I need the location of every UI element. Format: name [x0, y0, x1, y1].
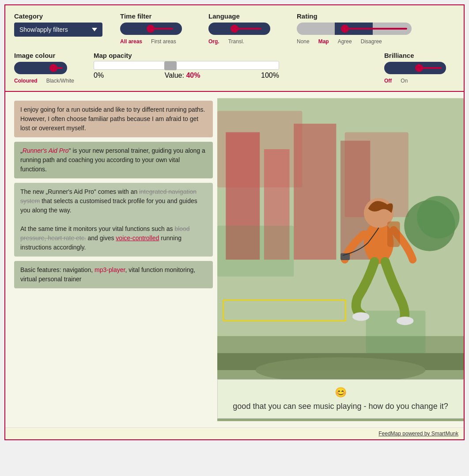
time-filter-group: Time filter All areas First areas	[120, 12, 191, 45]
map-opacity-slider[interactable]	[94, 61, 279, 70]
svg-rect-11	[366, 310, 426, 353]
time-label-first-areas: First areas	[151, 38, 176, 45]
img-toggle-thumb	[49, 64, 57, 72]
text-block-4: Basic features: navigation, mp3-player, …	[14, 261, 213, 288]
rating-label-none: None	[297, 38, 310, 45]
dropdown-arrow-icon	[92, 28, 97, 31]
language-group: Language Org. Transl.	[208, 12, 279, 45]
brill-toggle-thumb	[415, 64, 423, 72]
image-colour-label: Image colour	[14, 52, 76, 59]
rating-toggle-thumb	[341, 25, 349, 33]
rating-sublabels: None Map Agree Disagree	[297, 38, 420, 45]
svg-rect-10	[217, 226, 294, 276]
text-block-3-content: The new „Runner's Aid Pro" comes with an…	[20, 188, 197, 251]
tooltip-text: good that you can see music playing - ho…	[227, 402, 454, 411]
footer: FeedMap powered by SmartMunk	[5, 427, 464, 439]
brill-label-off: Off	[384, 78, 392, 84]
image-colour-toggle[interactable]	[14, 62, 67, 74]
brilliance-toggle[interactable]	[384, 62, 446, 74]
rating-group: Rating None Map Agree Disagree	[297, 12, 420, 45]
rating-label-disagree: Disagree	[361, 38, 382, 45]
rating-toggle-line	[349, 28, 407, 30]
image-colour-sublabels: Coloured Black/White	[14, 78, 76, 84]
lang-toggle-thumb	[231, 25, 238, 33]
runner-illustration-svg	[217, 92, 464, 427]
time-toggle-thumb	[147, 25, 155, 33]
svg-point-16	[352, 312, 369, 321]
filter-row-2: Image colour Coloured Black/White Map op…	[14, 52, 455, 84]
tooltip-box: 😊 good that you can see music playing - …	[217, 379, 464, 419]
rating-toggle[interactable]	[297, 23, 412, 35]
text-block-1-content: I enjoy going for a run outside and like…	[20, 106, 205, 132]
time-filter-label: Time filter	[120, 12, 191, 20]
opacity-slider-thumb	[164, 61, 177, 70]
filter-row-1: Category Show/apply filters Time filter …	[14, 12, 455, 45]
brill-label-on: On	[401, 78, 408, 84]
rating-label-map: Map	[318, 38, 329, 45]
yellow-highlight-box[interactable]	[223, 299, 346, 321]
dropdown-text: Show/apply filters	[19, 26, 68, 33]
category-dropdown[interactable]: Show/apply filters	[14, 23, 102, 37]
brilliance-group: Brilliance Off On	[384, 52, 455, 84]
img-label-bw: Black/White	[46, 78, 74, 84]
tooltip-face: 😊	[227, 387, 454, 398]
text-block-3: The new „Runner's Aid Pro" comes with an…	[14, 183, 213, 257]
category-label: Category	[14, 12, 102, 20]
time-filter-toggle[interactable]	[120, 23, 182, 35]
time-sublabels: All areas First areas	[120, 38, 191, 45]
lang-label-org: Org.	[208, 38, 219, 45]
image-panel: 😊 good that you can see music playing - …	[217, 92, 464, 427]
main-content: I enjoy going for a run outside and like…	[5, 92, 464, 427]
image-colour-group: Image colour Coloured Black/White	[14, 52, 76, 84]
svg-rect-19	[387, 221, 400, 247]
language-label: Language	[208, 12, 279, 20]
category-group: Category Show/apply filters	[14, 12, 102, 37]
text-block-2-content: „Runner's Aid Pro" is your new personal …	[20, 147, 205, 173]
text-panel: I enjoy going for a run outside and like…	[5, 92, 217, 427]
opacity-max-label: 100%	[261, 72, 279, 79]
svg-point-13	[417, 196, 459, 238]
filter-bar: Category Show/apply filters Time filter …	[5, 5, 464, 92]
text-block-2: „Runner's Aid Pro" is your new personal …	[14, 142, 213, 178]
opacity-value: 40%	[186, 72, 200, 79]
svg-rect-8	[217, 111, 302, 187]
brilliance-sublabels: Off On	[384, 78, 455, 84]
opacity-labels: 0% Value: 40% 100%	[94, 72, 279, 79]
rating-label: Rating	[297, 12, 420, 20]
img-label-coloured: Coloured	[14, 78, 38, 84]
map-opacity-group: Map opacity 0% Value: 40% 100%	[94, 52, 367, 79]
map-opacity-label: Map opacity	[94, 52, 367, 59]
rating-label-agree: Agree	[338, 38, 352, 45]
text-block-1: I enjoy going for a run outside and like…	[14, 101, 213, 137]
time-label-all-areas: All areas	[120, 38, 142, 45]
language-sublabels: Org. Transl.	[208, 38, 279, 45]
opacity-min-label: 0%	[94, 72, 104, 79]
opacity-value-label: Value: 40%	[165, 72, 200, 79]
language-toggle[interactable]	[208, 23, 270, 35]
lang-label-transl: Transl.	[228, 38, 244, 45]
main-container: Category Show/apply filters Time filter …	[4, 4, 465, 440]
text-block-4-content: Basic features: navigation, mp3-player, …	[20, 266, 195, 283]
svg-point-17	[397, 317, 413, 325]
footer-link[interactable]: FeedMap powered by SmartMunk	[378, 431, 458, 437]
brilliance-label: Brilliance	[384, 52, 455, 59]
